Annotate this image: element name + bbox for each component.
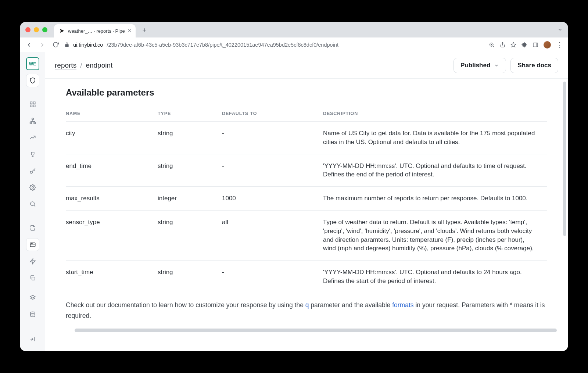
footnote-text: parameter and the available xyxy=(309,301,392,309)
collapse-icon[interactable] xyxy=(26,333,39,346)
cell-name: start_time xyxy=(66,261,158,293)
tabs-overflow-icon[interactable] xyxy=(557,27,563,32)
toolbar-right: ⋮ xyxy=(489,41,563,49)
table-row: sensor_type string all Type of weather d… xyxy=(66,210,547,260)
cell-type: string xyxy=(158,154,222,187)
cell-description: 'YYYY-MM-DD HH:mm:ss'. UTC. Optional and… xyxy=(323,261,547,293)
cell-name: max_results xyxy=(66,187,158,211)
svg-rect-14 xyxy=(34,122,36,124)
cell-name: sensor_type xyxy=(66,210,158,260)
tab-title: weather_… · reports · Pipe xyxy=(68,28,125,34)
cell-defaults: - xyxy=(222,122,323,154)
share-icon[interactable] xyxy=(500,42,505,47)
panel-icon[interactable] xyxy=(533,42,538,48)
svg-rect-13 xyxy=(30,122,32,124)
gear-icon[interactable] xyxy=(26,181,39,194)
cell-type: integer xyxy=(158,187,222,211)
parameters-table: NAME TYPE DEFAULTS TO DESCRIPTION city s… xyxy=(66,107,547,293)
th-name: NAME xyxy=(66,107,158,122)
published-dropdown[interactable]: Published xyxy=(453,58,506,73)
cup-icon[interactable] xyxy=(26,148,39,161)
table-row: end_time string - 'YYYY-MM-DD HH:mm:ss'.… xyxy=(66,154,547,187)
svg-marker-23 xyxy=(30,258,35,264)
svg-line-18 xyxy=(34,205,35,207)
footnote-text: Check out our documentation to learn how… xyxy=(66,301,305,309)
cell-defaults: 1000 xyxy=(222,187,323,211)
content-area: Available parameters NAME TYPE DEFAULTS … xyxy=(45,79,568,329)
cell-type: string xyxy=(158,122,222,154)
grid-icon[interactable] xyxy=(26,98,39,111)
titlebar: weather_… · reports · Pipe × ＋ xyxy=(20,22,568,37)
new-tab-button[interactable]: ＋ xyxy=(139,25,150,35)
nav-back-icon[interactable] xyxy=(25,40,33,49)
published-label: Published xyxy=(460,62,490,69)
breadcrumb: reports / endpoint xyxy=(55,61,112,69)
th-defaults: DEFAULTS TO xyxy=(222,107,323,122)
key-icon[interactable] xyxy=(26,164,39,177)
window-zoom-button[interactable] xyxy=(42,27,47,32)
formats-link[interactable]: formats xyxy=(392,301,413,309)
nav-reload-icon[interactable] xyxy=(51,40,60,49)
search-icon[interactable] xyxy=(26,198,39,211)
svg-point-22 xyxy=(32,243,32,244)
star-icon[interactable] xyxy=(510,42,516,48)
cell-type: string xyxy=(158,210,222,260)
table-row: city string - Name of US City to get dat… xyxy=(66,122,547,154)
app-shell: WE xyxy=(20,52,568,351)
profile-avatar[interactable] xyxy=(544,41,551,49)
cell-description: Type of weather data to return. Default … xyxy=(323,210,547,260)
svg-rect-10 xyxy=(30,105,32,107)
flow-icon[interactable] xyxy=(26,115,39,128)
layer-icon[interactable] xyxy=(26,292,39,305)
table-row: start_time string - 'YYYY-MM-DD HH:mm:ss… xyxy=(66,261,547,293)
svg-rect-11 xyxy=(33,105,35,107)
nav-forward-icon[interactable] xyxy=(38,40,47,49)
vertical-scrollbar[interactable] xyxy=(563,82,566,236)
tab-close-icon[interactable]: × xyxy=(128,28,131,34)
th-description: DESCRIPTION xyxy=(323,107,547,122)
chart-icon[interactable] xyxy=(26,131,39,144)
cell-defaults: - xyxy=(222,261,323,293)
extensions-icon[interactable] xyxy=(521,42,527,48)
url-host: ui.tinybird.co xyxy=(73,42,103,48)
page-header: reports / endpoint Published Share docs xyxy=(45,52,568,79)
table-row: max_results integer 1000 The maximum num… xyxy=(66,187,547,211)
copy-icon[interactable] xyxy=(26,271,39,284)
breadcrumb-root[interactable]: reports xyxy=(55,61,76,69)
tab-favicon-icon xyxy=(59,28,65,34)
zoom-icon[interactable] xyxy=(489,42,495,48)
horizontal-scrollbar[interactable] xyxy=(75,329,557,332)
url-path: /23b79dee-af6b-43c5-a5eb-93b3c717e7b8/pi… xyxy=(107,42,338,48)
bolt-icon[interactable] xyxy=(26,255,39,268)
svg-point-17 xyxy=(31,202,35,206)
browser-window: weather_… · reports · Pipe × ＋ ui.tinybi… xyxy=(20,22,568,351)
cell-description: 'YYYY-MM-DD HH:mm:ss'. UTC. Optional and… xyxy=(323,154,547,187)
window-minimize-button[interactable] xyxy=(34,27,39,32)
workspace-badge[interactable]: WE xyxy=(26,57,39,70)
svg-rect-9 xyxy=(33,102,35,104)
q-param-link[interactable]: q xyxy=(305,301,309,309)
url-field[interactable]: ui.tinybird.co/23b79dee-af6b-43c5-a5eb-9… xyxy=(64,42,484,48)
datasource-icon[interactable] xyxy=(26,222,39,234)
breadcrumb-separator: / xyxy=(80,61,82,69)
window-close-button[interactable] xyxy=(25,27,31,32)
address-bar: ui.tinybird.co/23b79dee-af6b-43c5-a5eb-9… xyxy=(20,37,568,52)
cell-type: string xyxy=(158,261,222,293)
browser-tab[interactable]: weather_… · reports · Pipe × xyxy=(54,24,136,37)
kebab-menu-icon[interactable]: ⋮ xyxy=(556,41,563,49)
chevron-down-icon xyxy=(494,63,499,68)
svg-point-16 xyxy=(32,187,33,189)
section-title: Available parameters xyxy=(66,87,547,98)
pipe-icon[interactable] xyxy=(26,238,39,251)
share-docs-button[interactable]: Share docs xyxy=(510,58,558,73)
cell-defaults: - xyxy=(222,154,323,187)
svg-marker-5 xyxy=(511,42,516,47)
footnote: Check out our documentation to learn how… xyxy=(66,293,547,321)
svg-point-15 xyxy=(30,171,32,173)
breadcrumb-leaf: endpoint xyxy=(86,61,112,69)
cell-description: The maximum number of reports to return … xyxy=(323,187,547,211)
svg-point-25 xyxy=(31,312,35,314)
cell-name: end_time xyxy=(66,154,158,187)
shield-icon[interactable] xyxy=(26,74,39,87)
database-icon[interactable] xyxy=(26,308,39,321)
